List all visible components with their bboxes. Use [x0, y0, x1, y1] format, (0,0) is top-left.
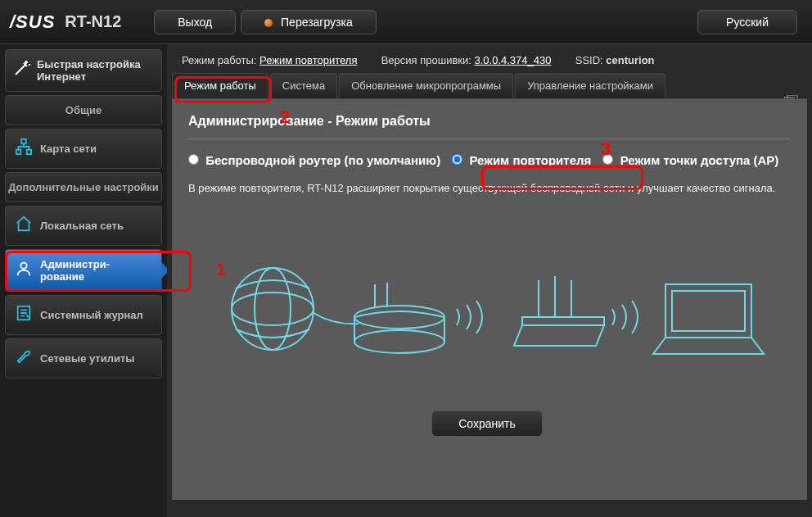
mode-link[interactable]: Режим повторителя	[259, 54, 357, 66]
qis-button[interactable]: Быстрая настройка Интернет	[5, 49, 162, 92]
tab-system[interactable]: Система	[270, 73, 337, 98]
header-bar: /SUS RT-N12 Выход Перезагрузка Русский	[0, 0, 812, 44]
fw-link[interactable]: 3.0.0.4.374_430	[475, 54, 552, 66]
model-name: RT-N12	[65, 12, 121, 31]
radio-repeater[interactable]: Режим повторителя	[452, 153, 594, 167]
tools-label: Сетевые утилиты	[40, 352, 134, 365]
mode-description: В режиме повторителя, RT-N12 расширяет п…	[188, 182, 791, 194]
brand-logo: /SUS	[10, 11, 55, 33]
divider	[188, 138, 791, 139]
ssid-label: SSID:	[575, 54, 603, 66]
fw-label: Версия прошивки:	[381, 54, 471, 66]
wrench-icon	[12, 347, 35, 370]
general-heading: Общие	[5, 95, 162, 125]
sidebar-item-lan[interactable]: Локальная сеть	[5, 206, 162, 246]
mode-radios: Беспроводной роутер (по умолчанию) Режим…	[188, 151, 791, 170]
page-title: Администрирование - Режим работы	[188, 114, 791, 129]
tab-operation-mode[interactable]: Режим работы	[172, 73, 268, 98]
content-panel: Администрирование - Режим работы Беспров…	[172, 98, 807, 500]
user-icon	[12, 260, 35, 282]
tab-settings-mgmt[interactable]: Управление настройками	[515, 73, 665, 98]
reboot-label: Перезагрузка	[281, 16, 353, 29]
lan-label: Локальная сеть	[40, 220, 124, 232]
wand-icon	[12, 58, 32, 83]
svg-rect-1	[16, 150, 21, 155]
reboot-button[interactable]: Перезагрузка	[241, 10, 377, 34]
info-bar: Режим работы: Режим повторителя Версия п…	[167, 44, 812, 73]
save-button[interactable]: Сохранить	[431, 410, 543, 437]
svg-point-10	[354, 330, 444, 353]
advanced-heading: Дополнительные настройки	[5, 172, 162, 202]
sidebar-item-networkmap[interactable]: Карта сети	[5, 129, 162, 169]
radio-router-input[interactable]	[188, 154, 199, 165]
mode-label: Режим работы:	[182, 54, 256, 66]
qis-label: Быстрая настройка Интернет	[37, 58, 155, 83]
svg-point-8	[232, 293, 314, 325]
sidebar-item-tools[interactable]: Сетевые утилиты	[5, 338, 162, 379]
radio-ap-input[interactable]	[602, 154, 613, 165]
svg-rect-2	[27, 150, 31, 155]
svg-rect-0	[21, 139, 26, 144]
main-area: Режим работы: Режим повторителя Версия п…	[167, 44, 812, 517]
sidebar-item-administration[interactable]: Администри- рование	[5, 249, 162, 292]
radio-ap-label: Режим точки доступа (AP)	[620, 153, 779, 167]
radio-router-label: Беспроводной роутер (по умолчанию)	[205, 153, 440, 167]
systemlog-label: Системный журнал	[40, 309, 143, 321]
sidebar-item-systemlog[interactable]: Системный журнал	[5, 295, 162, 335]
administration-label: Администри- рование	[40, 258, 110, 283]
svg-rect-12	[672, 291, 745, 331]
networkmap-icon	[12, 138, 35, 160]
radio-router[interactable]: Беспроводной роутер (по умолчанию)	[188, 153, 444, 167]
radio-repeater-label: Режим повторителя	[469, 153, 591, 167]
log-icon	[12, 304, 35, 326]
tab-firmware[interactable]: Обновление микропрограммы	[339, 73, 513, 98]
logout-button[interactable]: Выход	[154, 10, 236, 34]
networkmap-label: Карта сети	[40, 143, 97, 155]
radio-repeater-input[interactable]	[452, 154, 462, 165]
sidebar: Быстрая настройка Интернет Общие Карта с…	[0, 44, 167, 517]
ssid-value: centurion	[606, 54, 654, 66]
home-icon	[12, 215, 35, 237]
language-select[interactable]: Русский	[697, 10, 797, 34]
svg-point-11	[354, 306, 444, 329]
radio-ap[interactable]: Режим точки доступа (AP)	[602, 153, 778, 167]
svg-point-3	[20, 262, 26, 268]
reboot-icon	[264, 19, 273, 27]
tabs: Режим работы Система Обновление микропро…	[167, 73, 812, 98]
topology-diagram	[188, 235, 791, 386]
